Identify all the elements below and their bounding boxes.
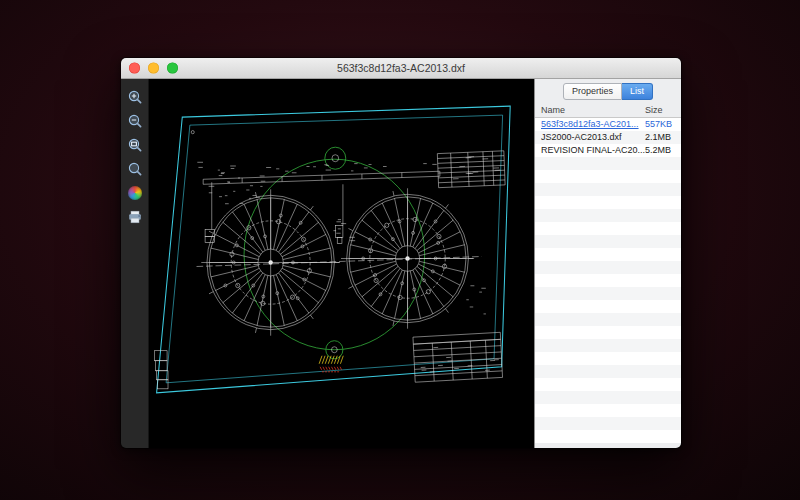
file-name: REVISION FINAL-AC20... <box>541 144 645 157</box>
file-size: 2.1MB <box>645 131 681 144</box>
render-colors-icon[interactable] <box>126 184 144 202</box>
column-size[interactable]: Size <box>645 105 681 115</box>
desktop: { "window": { "title": "563f3c8d12fa3-AC… <box>0 0 800 500</box>
empty-row <box>535 235 681 248</box>
empty-row <box>535 378 681 391</box>
empty-row <box>535 326 681 339</box>
tab-list[interactable]: List <box>622 83 653 100</box>
file-row[interactable]: REVISION FINAL-AC20...5.2MB <box>535 144 681 157</box>
empty-row <box>535 300 681 313</box>
file-size: 557KB <box>645 118 681 131</box>
print-icon[interactable] <box>126 208 144 226</box>
empty-row <box>535 339 681 352</box>
magnifier-icon[interactable] <box>126 160 144 178</box>
tab-properties[interactable]: Properties <box>563 83 622 100</box>
empty-row <box>535 196 681 209</box>
window-title: 563f3c8d12fa3-AC2013.dxf <box>337 62 465 74</box>
file-name: JS2000-AC2013.dxf <box>541 131 645 144</box>
panel-tabbar: Properties List <box>535 79 681 103</box>
empty-row <box>535 313 681 326</box>
file-size: 5.2MB <box>645 144 681 157</box>
zoom-window-icon[interactable] <box>126 136 144 154</box>
fullscreen-button[interactable] <box>167 63 178 74</box>
zoom-in-icon[interactable] <box>126 88 144 106</box>
traffic-lights <box>129 63 178 74</box>
empty-row <box>535 157 681 170</box>
empty-row <box>535 404 681 417</box>
empty-row <box>535 365 681 378</box>
empty-row <box>535 417 681 430</box>
empty-row <box>535 261 681 274</box>
empty-row <box>535 430 681 443</box>
drawing-canvas[interactable] <box>149 79 534 448</box>
minimize-button[interactable] <box>148 63 159 74</box>
toolbar <box>121 79 149 448</box>
titlebar[interactable]: 563f3c8d12fa3-AC2013.dxf <box>121 58 681 79</box>
sidebar-panel: Properties List Name Size 563f3c8d12fa3-… <box>534 79 681 448</box>
column-name[interactable]: Name <box>541 105 645 115</box>
empty-row <box>535 352 681 365</box>
empty-row <box>535 170 681 183</box>
file-row[interactable]: 563f3c8d12fa3-AC201...557KB <box>535 118 681 131</box>
list-header: Name Size <box>535 103 681 118</box>
empty-row <box>535 274 681 287</box>
empty-row <box>535 183 681 196</box>
empty-row <box>535 248 681 261</box>
empty-row <box>535 287 681 300</box>
cad-drawing <box>149 79 534 448</box>
close-button[interactable] <box>129 63 140 74</box>
empty-row <box>535 391 681 404</box>
empty-row <box>535 209 681 222</box>
zoom-out-icon[interactable] <box>126 112 144 130</box>
file-name: 563f3c8d12fa3-AC201... <box>541 118 645 131</box>
empty-row <box>535 222 681 235</box>
file-row[interactable]: JS2000-AC2013.dxf2.1MB <box>535 131 681 144</box>
app-window: 563f3c8d12fa3-AC2013.dxf Properties List… <box>121 58 681 448</box>
file-list: 563f3c8d12fa3-AC201...557KBJS2000-AC2013… <box>535 118 681 448</box>
